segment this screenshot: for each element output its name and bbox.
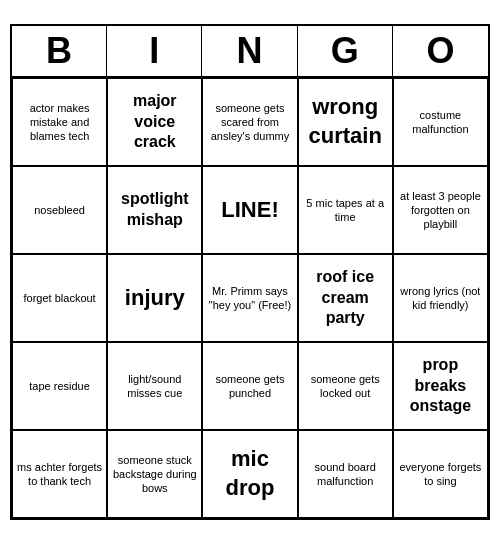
bingo-cell[interactable]: sound board malfunction [298, 430, 393, 518]
cell-text: Mr. Primm says "hey you" (Free!) [207, 284, 292, 313]
cell-text: nosebleed [34, 203, 85, 217]
letter-n: N [202, 26, 297, 76]
bingo-cell[interactable]: mic drop [202, 430, 297, 518]
bingo-cell[interactable]: forget blackout [12, 254, 107, 342]
bingo-cell[interactable]: at least 3 people forgotten on playbill [393, 166, 488, 254]
bingo-cell[interactable]: Mr. Primm says "hey you" (Free!) [202, 254, 297, 342]
bingo-grid: actor makes mistake and blames techmajor… [12, 78, 488, 518]
bingo-cell[interactable]: someone gets scared from ansley's dummy [202, 78, 297, 166]
cell-text: at least 3 people forgotten on playbill [398, 189, 483, 232]
bingo-cell[interactable]: 5 mic tapes at a time [298, 166, 393, 254]
letter-i: I [107, 26, 202, 76]
cell-text: sound board malfunction [303, 460, 388, 489]
cell-text: everyone forgets to sing [398, 460, 483, 489]
cell-text: injury [125, 284, 185, 313]
cell-text: tape residue [29, 379, 90, 393]
bingo-cell[interactable]: wrong curtain [298, 78, 393, 166]
letter-g: G [298, 26, 393, 76]
cell-text: light/sound misses cue [112, 372, 197, 401]
cell-text: 5 mic tapes at a time [303, 196, 388, 225]
cell-text: wrong curtain [303, 93, 388, 150]
cell-text: costume malfunction [398, 108, 483, 137]
bingo-cell[interactable]: someone gets locked out [298, 342, 393, 430]
cell-text: roof ice cream party [303, 267, 388, 329]
bingo-cell[interactable]: injury [107, 254, 202, 342]
cell-text: spotlight mishap [112, 189, 197, 231]
bingo-cell[interactable]: major voice crack [107, 78, 202, 166]
bingo-cell[interactable]: prop breaks onstage [393, 342, 488, 430]
bingo-cell[interactable]: LINE! [202, 166, 297, 254]
bingo-cell[interactable]: nosebleed [12, 166, 107, 254]
cell-text: actor makes mistake and blames tech [17, 101, 102, 144]
cell-text: mic drop [207, 445, 292, 502]
bingo-card: B I N G O actor makes mistake and blames… [10, 24, 490, 520]
cell-text: prop breaks onstage [398, 355, 483, 417]
bingo-header: B I N G O [12, 26, 488, 78]
bingo-cell[interactable]: ms achter forgets to thank tech [12, 430, 107, 518]
bingo-cell[interactable]: everyone forgets to sing [393, 430, 488, 518]
letter-o: O [393, 26, 488, 76]
cell-text: ms achter forgets to thank tech [17, 460, 102, 489]
cell-text: LINE! [221, 196, 278, 225]
cell-text: someone gets punched [207, 372, 292, 401]
cell-text: someone stuck backstage during bows [112, 453, 197, 496]
letter-b: B [12, 26, 107, 76]
bingo-cell[interactable]: wrong lyrics (not kid friendly) [393, 254, 488, 342]
cell-text: someone gets locked out [303, 372, 388, 401]
cell-text: major voice crack [112, 91, 197, 153]
cell-text: forget blackout [24, 291, 96, 305]
bingo-cell[interactable]: costume malfunction [393, 78, 488, 166]
bingo-cell[interactable]: someone gets punched [202, 342, 297, 430]
bingo-cell[interactable]: light/sound misses cue [107, 342, 202, 430]
bingo-cell[interactable]: someone stuck backstage during bows [107, 430, 202, 518]
bingo-cell[interactable]: actor makes mistake and blames tech [12, 78, 107, 166]
bingo-cell[interactable]: spotlight mishap [107, 166, 202, 254]
cell-text: wrong lyrics (not kid friendly) [398, 284, 483, 313]
cell-text: someone gets scared from ansley's dummy [207, 101, 292, 144]
bingo-cell[interactable]: roof ice cream party [298, 254, 393, 342]
bingo-cell[interactable]: tape residue [12, 342, 107, 430]
